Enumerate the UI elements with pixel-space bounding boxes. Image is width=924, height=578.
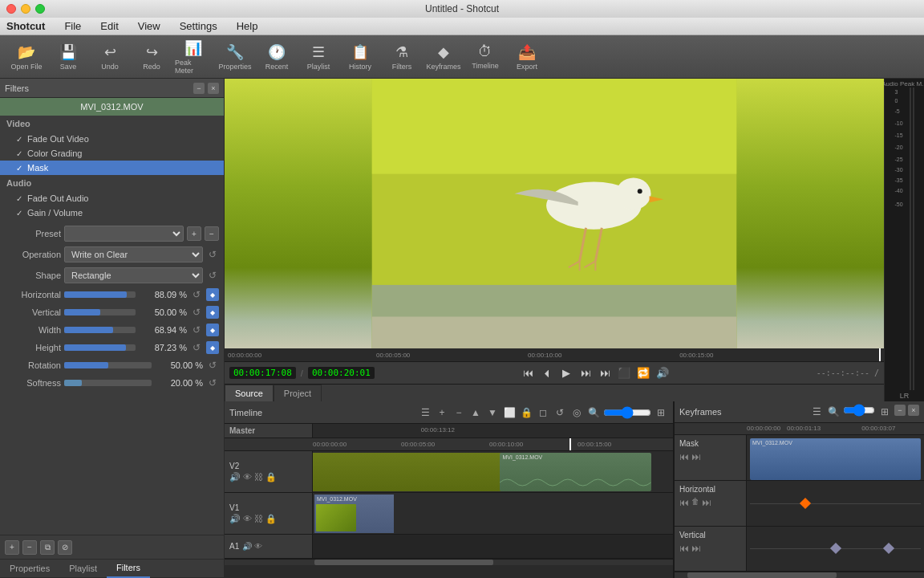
tab-source[interactable]: Source: [225, 385, 274, 402]
tl-zoom-slider[interactable]: [603, 407, 651, 418]
tl-expand-button[interactable]: ⊞: [654, 405, 668, 420]
kf-zoom-button[interactable]: 🔍: [826, 405, 841, 419]
menu-settings[interactable]: Settings: [176, 18, 221, 34]
softness-reset-button[interactable]: ↺: [206, 377, 219, 389]
timeline-button[interactable]: ⏱ Timeline: [465, 39, 505, 75]
preset-select[interactable]: [64, 226, 184, 242]
tab-project[interactable]: Project: [274, 385, 322, 402]
filter-disable-button[interactable]: ⊘: [58, 540, 72, 555]
menu-edit[interactable]: Edit: [97, 18, 121, 34]
kf-horiz-skip-back[interactable]: ⏮: [679, 497, 689, 508]
width-keyframe-button[interactable]: ◆: [206, 324, 219, 336]
skip-start-button[interactable]: ⏮: [520, 365, 536, 381]
kf-zoom-slider[interactable]: [843, 405, 875, 416]
kf-zoom-in-button[interactable]: ⊞: [877, 405, 892, 419]
step-back-button[interactable]: ⏴: [539, 365, 555, 381]
kf-minimize-button[interactable]: −: [894, 405, 906, 416]
width-slider[interactable]: [64, 324, 136, 336]
properties-button[interactable]: 🔧 Properties: [215, 39, 255, 75]
loop-button[interactable]: 🔁: [635, 365, 651, 381]
height-slider[interactable]: [64, 341, 136, 354]
v2-clip-main[interactable]: MVI_0312.MOV: [500, 453, 651, 491]
tab-playlist[interactable]: Playlist: [59, 559, 107, 578]
kf-vert-diamond[interactable]: [829, 543, 841, 554]
tab-properties[interactable]: Properties: [0, 559, 59, 578]
kf-mask-clip[interactable]: MVI_0312.MOV: [750, 438, 921, 480]
shape-select[interactable]: Rectangle: [64, 267, 203, 283]
filter-fade-out-video[interactable]: ✓ Fade Out Video: [0, 132, 224, 146]
softness-slider[interactable]: [64, 377, 152, 389]
undo-button[interactable]: ↩ Undo: [90, 39, 130, 75]
v1-eye-icon[interactable]: 👁: [243, 514, 252, 524]
v1-audio-icon[interactable]: 🔊: [229, 514, 241, 524]
kf-vert-skip-fwd[interactable]: ⏭: [691, 543, 701, 554]
tl-overwrite-button[interactable]: ▼: [485, 405, 500, 420]
v1-lock-icon[interactable]: 🔒: [265, 514, 277, 524]
v2-clip-bg[interactable]: [313, 453, 513, 491]
height-reset-button[interactable]: ↺: [190, 341, 203, 354]
filters-close-button[interactable]: ×: [208, 83, 219, 94]
open-file-button[interactable]: 📂 Open File: [6, 39, 47, 75]
vertical-slider[interactable]: [64, 306, 136, 319]
tl-scrub-button[interactable]: ◻: [536, 405, 550, 420]
filter-add-button[interactable]: +: [5, 540, 19, 555]
kf-menu-button[interactable]: ☰: [809, 405, 824, 419]
tl-snap-button[interactable]: 🔒: [519, 405, 533, 420]
peak-meter-button[interactable]: 📊 Peak Meter: [173, 39, 213, 75]
height-keyframe-button[interactable]: ◆: [206, 341, 219, 354]
kf-close-button[interactable]: ×: [908, 405, 919, 416]
timeline-scroll-thumb[interactable]: [314, 560, 494, 565]
close-button[interactable]: [6, 4, 16, 14]
timeline-scrollbar[interactable]: [225, 559, 673, 565]
save-button[interactable]: 💾 Save: [48, 39, 88, 75]
tl-add-track-button[interactable]: +: [435, 405, 449, 420]
kf-scrollbar[interactable]: [675, 572, 924, 578]
redo-button[interactable]: ↪ Redo: [132, 39, 172, 75]
tl-clip-button[interactable]: ⬜: [502, 405, 517, 420]
filters-minimize-button[interactable]: −: [193, 83, 205, 94]
tl-remove-button[interactable]: −: [452, 405, 466, 420]
v1-clip[interactable]: MVI_0312.MOV: [314, 495, 394, 533]
skip-end-button[interactable]: ⏭: [597, 365, 613, 381]
export-button[interactable]: 📤 Export: [507, 39, 547, 75]
menu-help[interactable]: Help: [233, 18, 261, 34]
stop-button[interactable]: ⬛: [616, 365, 632, 381]
v2-lock-icon[interactable]: 🔒: [265, 472, 277, 482]
preview-timebar[interactable]: 00:00:00:00 00:00:05:00 00:00:10:00 00:0…: [225, 348, 884, 361]
filter-gain-volume[interactable]: ✓ Gain / Volume: [0, 206, 224, 220]
play-button[interactable]: ▶: [558, 365, 574, 381]
horizontal-slider[interactable]: [64, 288, 136, 301]
a1-audio-icon[interactable]: 🔊: [242, 542, 252, 551]
horizontal-reset-button[interactable]: ↺: [190, 288, 203, 301]
operation-reset-button[interactable]: ↺: [206, 248, 219, 261]
keyframes-button[interactable]: ◆ Keyframes: [424, 39, 464, 75]
tl-menu-button[interactable]: ☰: [418, 405, 432, 420]
tl-close-button[interactable]: ◎: [569, 405, 584, 420]
volume-button[interactable]: 🔊: [654, 365, 671, 381]
minimize-button[interactable]: [21, 4, 30, 14]
tab-filters[interactable]: Filters: [107, 559, 150, 578]
kf-scroll-thumb[interactable]: [687, 572, 837, 578]
kf-vert-skip-back[interactable]: ⏮: [679, 543, 689, 554]
tl-lift-button[interactable]: ▲: [468, 405, 483, 420]
kf-mask-skip-fwd[interactable]: ⏭: [691, 451, 701, 462]
operation-select[interactable]: Write on Clear: [64, 246, 203, 263]
kf-horiz-delete[interactable]: 🗑: [691, 497, 699, 508]
playlist-button[interactable]: ☰ Playlist: [298, 39, 338, 75]
tl-loop-button[interactable]: ↺: [553, 405, 567, 420]
filter-mask[interactable]: ✓ Mask: [0, 161, 224, 175]
width-reset-button[interactable]: ↺: [190, 324, 203, 336]
recent-button[interactable]: 🕐 Recent: [257, 39, 297, 75]
filters-button[interactable]: ⚗ Filters: [382, 39, 422, 75]
tl-zoom-out-button[interactable]: 🔍: [586, 405, 601, 420]
rotation-slider[interactable]: [64, 359, 152, 372]
vertical-reset-button[interactable]: ↺: [190, 306, 203, 319]
preset-remove-button[interactable]: −: [205, 226, 219, 241]
v2-eye-icon[interactable]: 👁: [243, 472, 252, 482]
rotation-reset-button[interactable]: ↺: [206, 359, 219, 372]
kf-horiz-skip-fwd[interactable]: ⏭: [702, 497, 711, 508]
v2-chain-icon[interactable]: ⛓: [254, 472, 263, 482]
filter-remove-button[interactable]: −: [22, 540, 37, 555]
kf-mask-skip-back[interactable]: ⏮: [679, 451, 689, 462]
filter-color-grading[interactable]: ✓ Color Grading: [0, 146, 224, 161]
